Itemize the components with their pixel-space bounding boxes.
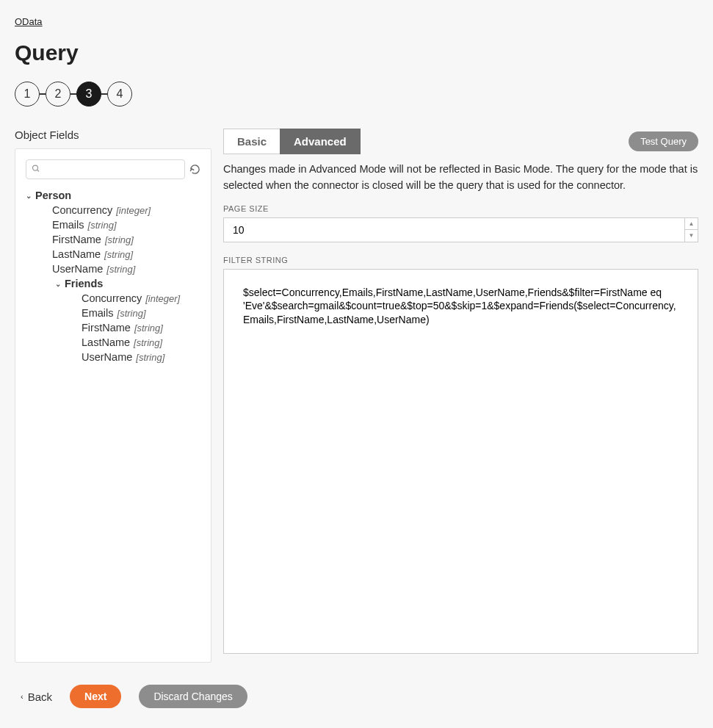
field-type: [integer] <box>145 293 180 304</box>
field-name: LastName <box>52 248 101 260</box>
back-button[interactable]: ‹ Back <box>21 691 52 703</box>
mode-tabs: Basic Advanced <box>223 129 361 154</box>
stepper-down-icon[interactable]: ▼ <box>685 230 698 242</box>
tab-advanced[interactable]: Advanced <box>280 129 361 154</box>
page-title: Query <box>15 40 698 65</box>
tree-leaf[interactable]: Emails[string] <box>82 306 200 320</box>
step-3[interactable]: 3 <box>76 82 101 107</box>
page-size-input[interactable] <box>224 218 684 242</box>
tree-leaf[interactable]: FirstName[string] <box>82 320 200 335</box>
search-icon <box>32 164 40 175</box>
field-name: Emails <box>82 307 114 319</box>
back-label: Back <box>28 691 52 703</box>
field-type: [string] <box>117 308 146 319</box>
page-size-label: PAGE SIZE <box>223 204 698 213</box>
discard-button[interactable]: Discard Changes <box>139 685 247 708</box>
field-name: Emails <box>52 219 84 231</box>
test-query-button[interactable]: Test Query <box>629 131 698 151</box>
field-type: [integer] <box>116 205 151 216</box>
tree-node-label: Friends <box>65 278 103 289</box>
field-type: [string] <box>106 264 135 275</box>
filter-string-input[interactable] <box>223 269 698 654</box>
tree-leaf[interactable]: Concurrency[integer] <box>82 291 200 306</box>
field-name: UserName <box>52 263 103 275</box>
tree-node-person[interactable]: ⌄ Person <box>26 188 200 203</box>
field-name: FirstName <box>82 322 131 334</box>
mode-note: Changes made in Advanced Mode will not b… <box>223 162 698 194</box>
field-type: [string] <box>136 352 164 363</box>
breadcrumb-odata[interactable]: OData <box>15 16 43 27</box>
field-name: Concurrency <box>82 292 142 304</box>
tree-leaf[interactable]: Concurrency[integer] <box>52 203 200 217</box>
step-connector <box>40 93 46 95</box>
stepper-up-icon[interactable]: ▲ <box>685 218 698 231</box>
object-fields-title: Object Fields <box>15 129 211 141</box>
field-name: FirstName <box>52 234 101 245</box>
field-name: Concurrency <box>52 204 112 216</box>
next-button[interactable]: Next <box>70 685 121 708</box>
refresh-icon[interactable] <box>189 164 200 175</box>
field-type: [string] <box>105 234 134 245</box>
step-1[interactable]: 1 <box>15 82 40 107</box>
tree-node-label: Person <box>35 190 71 201</box>
tree-node-friends[interactable]: ⌄ Friends <box>26 276 200 291</box>
step-connector <box>70 93 76 95</box>
field-type: [string] <box>104 249 133 260</box>
field-tree: ⌄ Person Concurrency[integer]Emails[stri… <box>26 188 200 364</box>
tree-leaf[interactable]: LastName[string] <box>82 335 200 350</box>
tab-basic[interactable]: Basic <box>223 129 280 154</box>
field-name: LastName <box>82 336 130 348</box>
tree-leaf[interactable]: Emails[string] <box>52 217 200 232</box>
field-name: UserName <box>82 351 132 363</box>
stepper: 1 2 3 4 <box>15 82 698 107</box>
svg-line-1 <box>37 170 40 172</box>
filter-string-label: FILTER STRING <box>223 256 698 264</box>
chevron-down-icon: ⌄ <box>55 280 61 288</box>
search-input[interactable] <box>26 159 185 179</box>
field-type: [string] <box>88 220 117 231</box>
step-2[interactable]: 2 <box>46 82 70 107</box>
step-4[interactable]: 4 <box>107 82 132 107</box>
page-size-field: ▲ ▼ <box>223 217 698 242</box>
chevron-down-icon: ⌄ <box>26 192 32 200</box>
chevron-left-icon: ‹ <box>21 692 23 701</box>
object-fields-panel: ⌄ Person Concurrency[integer]Emails[stri… <box>15 148 211 663</box>
tree-leaf[interactable]: UserName[string] <box>52 262 200 276</box>
field-type: [string] <box>134 337 162 348</box>
tree-leaf[interactable]: UserName[string] <box>82 350 200 364</box>
tree-leaf[interactable]: FirstName[string] <box>52 232 200 247</box>
step-connector <box>101 93 107 95</box>
tree-leaf[interactable]: LastName[string] <box>52 247 200 262</box>
field-type: [string] <box>134 322 163 334</box>
svg-point-0 <box>33 165 38 170</box>
